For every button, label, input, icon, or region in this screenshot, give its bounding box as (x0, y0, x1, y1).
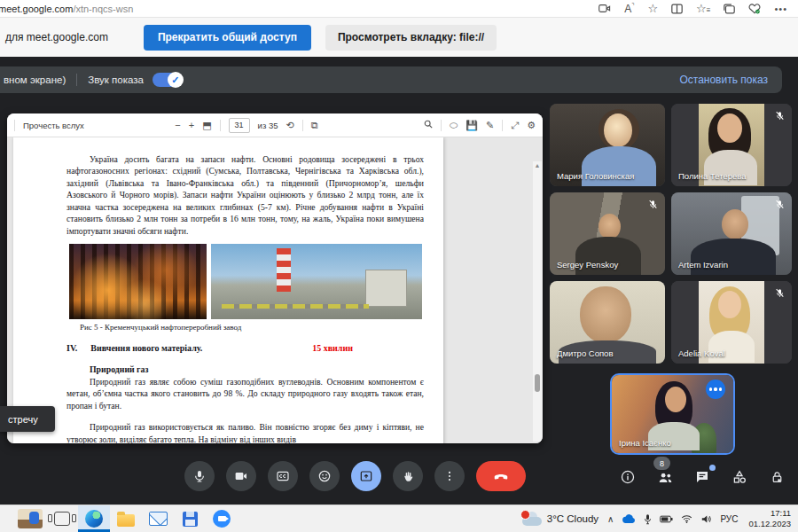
participant-count-badge: 8 (653, 457, 670, 470)
system-tray: ∧ РУС (607, 513, 738, 525)
scroll-up-arrow[interactable]: ▲ (533, 162, 542, 168)
onedrive-icon[interactable] (622, 514, 636, 524)
taskbar-clock[interactable]: 17:11 01.12.2023 (748, 508, 791, 530)
weather-alert-badge (520, 510, 530, 520)
stop-presenting-link[interactable]: Остановить показ (679, 74, 768, 86)
browser-menu-icon[interactable]: ••• (774, 4, 787, 14)
favorites-list-icon[interactable]: ☆≡ (696, 2, 710, 15)
end-call-button[interactable] (476, 461, 526, 491)
meeting-info-button[interactable] (617, 466, 638, 488)
url-text[interactable]: meet.google.com/xtn-nqcs-wsn (0, 4, 133, 14)
weather-cloud-icon (522, 512, 542, 526)
participant-tile-maria[interactable]: Мария Головинская (550, 104, 665, 186)
task-view-icon[interactable] (46, 505, 78, 532)
browser-essentials-icon[interactable] (748, 4, 761, 14)
view-tab-button[interactable]: Просмотреть вкладку: file:// (325, 25, 497, 51)
read-aloud-button[interactable]: Прочесть вслух (23, 121, 84, 130)
mic-muted-icon (774, 109, 786, 125)
host-controls-button[interactable] (766, 466, 787, 488)
captions-button[interactable] (268, 461, 298, 491)
shared-pdf-viewer: Прочесть вслух − + ⬒ из 35 ⟲ ⧉ ⬭ 💾 ✎ ⤢ (7, 113, 543, 443)
highlight-icon[interactable]: ✎ (486, 121, 494, 130)
participant-tile-polina[interactable]: Полина Тетерева (671, 104, 792, 186)
pdf-scrollbar[interactable]: ▲ (533, 161, 542, 442)
favorite-star-icon[interactable]: ☆ (647, 2, 658, 15)
page-view-icon[interactable]: ⧉ (311, 121, 318, 130)
self-tile-iryna[interactable]: Ірина Ісаєнко (610, 373, 735, 455)
people-panel-button[interactable]: 8 (654, 466, 676, 488)
save-app-icon[interactable] (174, 505, 206, 532)
tray-chevron-icon[interactable]: ∧ (607, 514, 614, 524)
towers-graphic (365, 270, 407, 308)
read-aloud-icon[interactable]: A⌝ (624, 3, 634, 15)
zoom-in-icon[interactable]: + (189, 121, 194, 130)
participant-name: Мария Головинская (557, 171, 634, 181)
volume-icon[interactable] (700, 514, 712, 524)
file-explorer-icon[interactable] (110, 505, 142, 532)
zoom-app-icon[interactable] (206, 505, 238, 532)
raise-hand-button[interactable] (393, 461, 423, 491)
screen: meet.google.com/xtn-nqcs-wsn A⌝ ☆ ☆≡ •••… (0, 0, 798, 532)
refinery-night-photo (69, 244, 207, 319)
doc-paragraph-gas-2: Природний газ використовується як паливо… (66, 421, 424, 443)
settings-gear-icon[interactable]: ⚙ (527, 121, 536, 130)
edge-taskbar-icon[interactable] (78, 505, 110, 532)
present-screen-button[interactable] (351, 461, 381, 491)
url-domain: meet.google.com (0, 4, 73, 14)
tab-media-icon[interactable] (598, 4, 611, 13)
split-screen-icon[interactable] (671, 4, 683, 14)
reactions-button[interactable] (309, 461, 340, 491)
collections-icon[interactable] (724, 4, 735, 14)
fit-page-icon[interactable]: ⬒ (202, 121, 211, 130)
save-icon[interactable]: 💾 (466, 121, 478, 130)
search-icon[interactable] (424, 120, 433, 130)
sound-toggle[interactable]: ✓ (153, 73, 183, 87)
fullscreen-icon[interactable]: ⤢ (511, 121, 519, 130)
more-options-button[interactable] (434, 461, 465, 491)
windows-taskbar: 3°C Cloudy ∧ РУС 17:11 01.12.2023 (0, 505, 798, 532)
meet-stage: вном экране) Звук показа ✓ Остановить по… (0, 57, 798, 505)
participant-tile-artem[interactable]: Artem Izvarin (671, 192, 792, 275)
participant-tile-adelia[interactable]: Adelia Koval (671, 281, 792, 364)
page-number-input[interactable] (229, 118, 250, 133)
pdf-content-area[interactable]: Україна досить багата на запаси нафти. О… (7, 137, 543, 443)
language-indicator[interactable]: РУС (720, 514, 738, 524)
participant-name: Artem Izvarin (678, 260, 728, 270)
presenting-banner: вном экране) Звук показа ✓ Остановить по… (0, 66, 782, 93)
meeting-panels: 8 (617, 466, 787, 488)
stop-sharing-button[interactable]: Прекратить общий доступ (144, 25, 311, 51)
participant-tile-dmytro[interactable]: Дмитро Сопов (550, 281, 665, 364)
scrollbar-thumb[interactable] (535, 374, 540, 392)
rotate-icon[interactable]: ⟲ (286, 121, 293, 130)
participant-name: Ірина Ісаєнко (619, 438, 671, 448)
figure-images (69, 244, 424, 319)
camera-button[interactable] (226, 461, 256, 491)
participant-name: Sergey Penskoy (557, 260, 618, 270)
taskbar-apps (14, 505, 238, 532)
activities-button[interactable] (729, 466, 750, 488)
wifi-icon[interactable] (681, 514, 692, 523)
leave-meeting-tooltip: стречу (0, 406, 55, 432)
weather-widget[interactable]: 3°C Cloudy (522, 512, 598, 526)
presentation-sound-label: Звук показа (88, 74, 144, 85)
divider (76, 74, 77, 86)
mail-icon[interactable] (142, 505, 174, 532)
refinery-day-photo (211, 244, 422, 319)
share-origin-text: для meet.google.com (5, 31, 108, 43)
section-title: Вивчення нового матеріалу. (90, 343, 202, 353)
chat-notification-dot (709, 465, 716, 471)
chat-panel-button[interactable] (692, 466, 713, 488)
zoom-out-icon[interactable]: − (175, 121, 180, 130)
tile-options-button[interactable] (706, 379, 725, 399)
battery-icon[interactable] (660, 515, 673, 523)
desktop-preview-icon[interactable] (14, 505, 46, 532)
draw-icon[interactable]: ⬭ (450, 121, 458, 130)
pdf-toolbar: Прочесть вслух − + ⬒ из 35 ⟲ ⧉ ⬭ 💾 ✎ ⤢ (7, 113, 543, 137)
sound-toggle-check: ✓ (168, 72, 184, 88)
mic-muted-icon (774, 198, 786, 214)
microphone-tray-icon[interactable] (644, 513, 652, 525)
browser-toolbar-icons: A⌝ ☆ ☆≡ ••• (598, 2, 787, 15)
mic-button[interactable] (184, 461, 215, 491)
mic-muted-icon (774, 286, 786, 302)
participant-tile-sergey[interactable]: Sergey Penskoy (550, 192, 665, 275)
